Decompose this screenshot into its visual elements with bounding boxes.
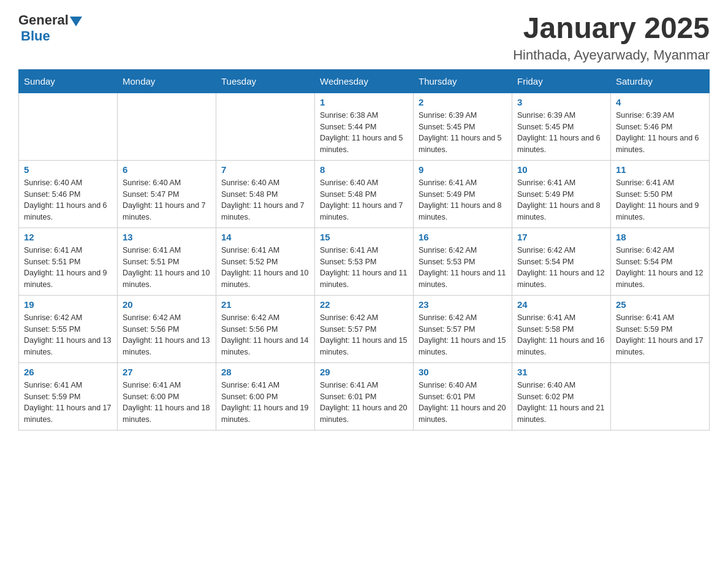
column-header-wednesday: Wednesday [315, 69, 414, 93]
calendar-cell: 13Sunrise: 6:41 AM Sunset: 5:51 PM Dayli… [118, 228, 216, 295]
day-info: Sunrise: 6:41 AM Sunset: 5:53 PM Dayligh… [320, 245, 408, 291]
calendar-cell [118, 93, 216, 160]
calendar-cell: 10Sunrise: 6:41 AM Sunset: 5:49 PM Dayli… [512, 160, 611, 228]
day-info: Sunrise: 6:41 AM Sunset: 6:01 PM Dayligh… [320, 380, 408, 426]
calendar-cell: 28Sunrise: 6:41 AM Sunset: 6:00 PM Dayli… [216, 362, 315, 430]
calendar-cell: 26Sunrise: 6:41 AM Sunset: 5:59 PM Dayli… [19, 362, 118, 430]
day-number: 3 [517, 97, 605, 107]
logo-triangle-icon [70, 17, 82, 26]
day-number: 6 [123, 164, 211, 175]
day-info: Sunrise: 6:40 AM Sunset: 5:47 PM Dayligh… [123, 177, 211, 223]
title-block: January 2025 Hinthada, Ayeyarwady, Myanm… [513, 12, 710, 63]
day-number: 21 [221, 299, 309, 310]
day-info: Sunrise: 6:41 AM Sunset: 5:50 PM Dayligh… [616, 177, 704, 223]
day-info: Sunrise: 6:41 AM Sunset: 5:59 PM Dayligh… [24, 380, 112, 426]
logo: General Blue [18, 12, 82, 44]
day-number: 30 [419, 367, 507, 377]
calendar-cell [216, 93, 315, 160]
day-number: 24 [517, 299, 605, 310]
calendar-cell: 17Sunrise: 6:42 AM Sunset: 5:54 PM Dayli… [512, 228, 611, 295]
day-info: Sunrise: 6:42 AM Sunset: 5:53 PM Dayligh… [419, 245, 507, 291]
day-number: 26 [24, 367, 112, 377]
day-info: Sunrise: 6:41 AM Sunset: 6:00 PM Dayligh… [221, 380, 309, 426]
day-info: Sunrise: 6:42 AM Sunset: 5:54 PM Dayligh… [517, 245, 605, 291]
calendar-week-row: 26Sunrise: 6:41 AM Sunset: 5:59 PM Dayli… [19, 362, 710, 430]
day-number: 14 [221, 232, 309, 242]
day-number: 29 [320, 367, 408, 377]
day-number: 19 [24, 299, 112, 310]
calendar-cell: 4Sunrise: 6:39 AM Sunset: 5:46 PM Daylig… [611, 93, 710, 160]
calendar-cell: 12Sunrise: 6:41 AM Sunset: 5:51 PM Dayli… [19, 228, 118, 295]
calendar-week-row: 1Sunrise: 6:38 AM Sunset: 5:44 PM Daylig… [19, 93, 710, 160]
day-number: 23 [419, 299, 507, 310]
day-info: Sunrise: 6:40 AM Sunset: 6:01 PM Dayligh… [419, 380, 507, 426]
column-header-friday: Friday [512, 69, 611, 93]
calendar-cell: 11Sunrise: 6:41 AM Sunset: 5:50 PM Dayli… [611, 160, 710, 228]
calendar-cell: 18Sunrise: 6:42 AM Sunset: 5:54 PM Dayli… [611, 228, 710, 295]
logo-general-text: General [18, 12, 69, 28]
day-number: 28 [221, 367, 309, 377]
day-info: Sunrise: 6:42 AM Sunset: 5:55 PM Dayligh… [24, 312, 112, 358]
day-info: Sunrise: 6:38 AM Sunset: 5:44 PM Dayligh… [320, 110, 408, 156]
calendar-cell: 15Sunrise: 6:41 AM Sunset: 5:53 PM Dayli… [315, 228, 414, 295]
day-info: Sunrise: 6:41 AM Sunset: 6:00 PM Dayligh… [123, 380, 211, 426]
calendar-cell: 31Sunrise: 6:40 AM Sunset: 6:02 PM Dayli… [512, 362, 611, 430]
day-number: 13 [123, 232, 211, 242]
day-number: 16 [419, 232, 507, 242]
day-info: Sunrise: 6:42 AM Sunset: 5:56 PM Dayligh… [123, 312, 211, 358]
calendar-cell: 30Sunrise: 6:40 AM Sunset: 6:01 PM Dayli… [414, 362, 512, 430]
day-number: 25 [616, 299, 704, 310]
calendar-cell: 14Sunrise: 6:41 AM Sunset: 5:52 PM Dayli… [216, 228, 315, 295]
calendar-cell: 7Sunrise: 6:40 AM Sunset: 5:48 PM Daylig… [216, 160, 315, 228]
column-header-tuesday: Tuesday [216, 69, 315, 93]
day-info: Sunrise: 6:42 AM Sunset: 5:56 PM Dayligh… [221, 312, 309, 358]
calendar-cell: 27Sunrise: 6:41 AM Sunset: 6:00 PM Dayli… [118, 362, 216, 430]
day-info: Sunrise: 6:39 AM Sunset: 5:45 PM Dayligh… [517, 110, 605, 156]
calendar-cell: 8Sunrise: 6:40 AM Sunset: 5:48 PM Daylig… [315, 160, 414, 228]
calendar-cell: 24Sunrise: 6:41 AM Sunset: 5:58 PM Dayli… [512, 295, 611, 362]
calendar-week-row: 19Sunrise: 6:42 AM Sunset: 5:55 PM Dayli… [19, 295, 710, 362]
calendar-cell: 21Sunrise: 6:42 AM Sunset: 5:56 PM Dayli… [216, 295, 315, 362]
day-number: 9 [419, 164, 507, 175]
day-info: Sunrise: 6:41 AM Sunset: 5:49 PM Dayligh… [517, 177, 605, 223]
day-info: Sunrise: 6:40 AM Sunset: 6:02 PM Dayligh… [517, 380, 605, 426]
calendar-cell: 1Sunrise: 6:38 AM Sunset: 5:44 PM Daylig… [315, 93, 414, 160]
column-header-sunday: Sunday [19, 69, 118, 93]
day-number: 7 [221, 164, 309, 175]
calendar-cell: 6Sunrise: 6:40 AM Sunset: 5:47 PM Daylig… [118, 160, 216, 228]
page-header: General Blue January 2025 Hinthada, Ayey… [18, 12, 710, 63]
calendar-header-row: SundayMondayTuesdayWednesdayThursdayFrid… [19, 69, 710, 93]
day-number: 27 [123, 367, 211, 377]
calendar-cell: 29Sunrise: 6:41 AM Sunset: 6:01 PM Dayli… [315, 362, 414, 430]
calendar-cell: 20Sunrise: 6:42 AM Sunset: 5:56 PM Dayli… [118, 295, 216, 362]
day-number: 4 [616, 97, 704, 107]
day-info: Sunrise: 6:42 AM Sunset: 5:57 PM Dayligh… [419, 312, 507, 358]
day-info: Sunrise: 6:40 AM Sunset: 5:46 PM Dayligh… [24, 177, 112, 223]
day-number: 17 [517, 232, 605, 242]
calendar-cell: 25Sunrise: 6:41 AM Sunset: 5:59 PM Dayli… [611, 295, 710, 362]
calendar-cell: 9Sunrise: 6:41 AM Sunset: 5:49 PM Daylig… [414, 160, 512, 228]
day-info: Sunrise: 6:39 AM Sunset: 5:45 PM Dayligh… [419, 110, 507, 156]
day-number: 10 [517, 164, 605, 175]
day-number: 15 [320, 232, 408, 242]
column-header-saturday: Saturday [611, 69, 710, 93]
calendar-cell: 23Sunrise: 6:42 AM Sunset: 5:57 PM Dayli… [414, 295, 512, 362]
column-header-monday: Monday [118, 69, 216, 93]
calendar-cell [19, 93, 118, 160]
day-info: Sunrise: 6:42 AM Sunset: 5:57 PM Dayligh… [320, 312, 408, 358]
day-info: Sunrise: 6:41 AM Sunset: 5:49 PM Dayligh… [419, 177, 507, 223]
column-header-thursday: Thursday [414, 69, 512, 93]
month-title: January 2025 [513, 12, 710, 45]
calendar-cell: 5Sunrise: 6:40 AM Sunset: 5:46 PM Daylig… [19, 160, 118, 228]
day-number: 11 [616, 164, 704, 175]
day-number: 31 [517, 367, 605, 377]
day-info: Sunrise: 6:39 AM Sunset: 5:46 PM Dayligh… [616, 110, 704, 156]
day-info: Sunrise: 6:42 AM Sunset: 5:54 PM Dayligh… [616, 245, 704, 291]
calendar-cell: 2Sunrise: 6:39 AM Sunset: 5:45 PM Daylig… [414, 93, 512, 160]
day-info: Sunrise: 6:41 AM Sunset: 5:51 PM Dayligh… [24, 245, 112, 291]
day-number: 18 [616, 232, 704, 242]
calendar-cell: 16Sunrise: 6:42 AM Sunset: 5:53 PM Dayli… [414, 228, 512, 295]
logo-blue-text: Blue [21, 28, 50, 44]
day-number: 1 [320, 97, 408, 107]
day-number: 2 [419, 97, 507, 107]
